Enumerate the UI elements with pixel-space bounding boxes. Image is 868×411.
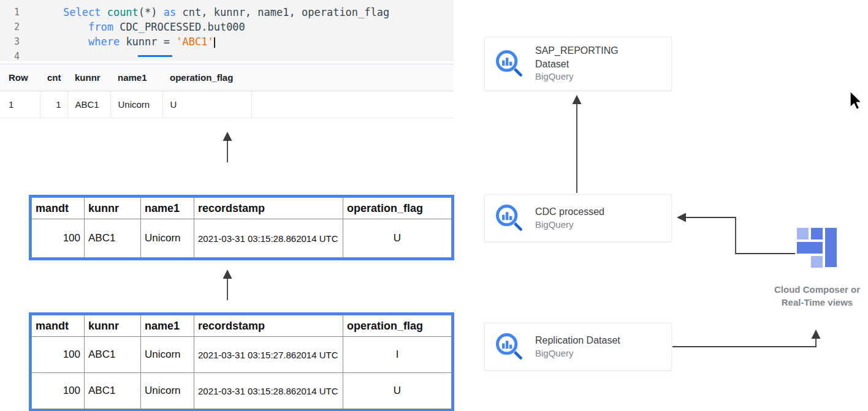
cell-name1: Unicorn [141, 373, 194, 409]
diagram-canvas: 1 Select count(*) as cnt, kunnr, name1, … [0, 0, 868, 411]
cloud-composer-label: Cloud Composer or Real-Time views [762, 283, 868, 309]
results-header-row: Row cnt kunnr name1 operation_flag [0, 64, 454, 91]
text-cursor [214, 37, 215, 48]
card-text: CDC processed BigQuery [535, 205, 604, 231]
cell-kunnr: ABC1 [85, 373, 141, 409]
cell-operation-flag: U [162, 91, 251, 118]
card-cdc-processed: CDC processed BigQuery [484, 194, 672, 242]
cell-name1: Unicorn [141, 219, 194, 258]
cell-mandt: 100 [32, 337, 85, 373]
code-line: 3 where kunnr = 'ABC1' [0, 34, 454, 49]
cdc-table-grid: mandt kunnr name1 recordstamp operation_… [31, 197, 452, 258]
col-kunnr: kunnr [85, 315, 141, 337]
line-number: 3 [0, 34, 20, 49]
arrow-replication-card-to-composer [672, 331, 816, 347]
cell-kunnr: ABC1 [85, 337, 141, 373]
card-text: Replication Dataset BigQuery [535, 334, 620, 360]
col-header-filler [251, 64, 454, 91]
cell-recordstamp: 2021-03-31 03:15:27.862014 UTC [194, 337, 343, 373]
col-kunnr: kunnr [85, 198, 141, 219]
cell-recordstamp: 2021-03-31 03:15:28.862014 UTC [194, 373, 343, 409]
cell-operation-flag: U [343, 219, 452, 258]
bigquery-icon [493, 202, 525, 234]
col-mandt: mandt [32, 315, 85, 337]
card-title: CDC processed [535, 205, 604, 219]
replication-table-grid: mandt kunnr name1 recordstamp operation_… [31, 315, 452, 409]
table-row: 100 ABC1 Unicorn 2021-03-31 03:15:28.862… [32, 219, 452, 258]
mouse-cursor [850, 91, 864, 110]
table-row: 100 ABC1 Unicorn 2021-03-31 03:15:28.862… [32, 373, 452, 409]
query-results-panel: Row cnt kunnr name1 operation_flag 1 1 A… [0, 64, 454, 118]
arrow-composer-to-cdc-card [679, 217, 795, 254]
table-header-row: mandt kunnr name1 recordstamp operation_… [32, 198, 452, 219]
replication-dataset-table: mandt kunnr name1 recordstamp operation_… [29, 312, 454, 411]
cell-recordstamp: 2021-03-31 03:15:28.862014 UTC [194, 219, 343, 258]
cloud-composer-icon [797, 228, 837, 281]
col-header-cnt: cnt [40, 64, 67, 91]
cell-cnt: 1 [40, 91, 67, 118]
col-header-row: Row [0, 64, 40, 91]
card-title: SAP_REPORTING Dataset [535, 44, 619, 70]
result-row: 1 1 ABC1 Unicorn U [0, 91, 454, 118]
col-header-kunnr: kunnr [67, 64, 110, 91]
code-line: 2 from CDC_PROCESSED.but000 [0, 20, 454, 34]
line-number: 2 [0, 20, 20, 34]
card-subtitle: BigQuery [535, 219, 604, 231]
cell-name1: Unicorn [141, 337, 194, 373]
col-name1: name1 [141, 198, 194, 219]
code-text: Select count(*) as cnt, kunnr, name1, op… [63, 5, 389, 20]
col-mandt: mandt [32, 198, 85, 219]
card-subtitle: BigQuery [535, 347, 620, 360]
card-replication-dataset: Replication Dataset BigQuery [484, 323, 672, 371]
cell-name1: Unicorn [110, 91, 162, 118]
cell-mandt: 100 [32, 373, 85, 409]
cell-mandt: 100 [32, 219, 85, 258]
col-header-operation-flag: operation_flag [162, 64, 251, 91]
bigquery-icon [493, 331, 525, 363]
card-title: Replication Dataset [535, 334, 620, 347]
cell-kunnr: ABC1 [67, 91, 110, 118]
table-row: 100 ABC1 Unicorn 2021-03-31 03:15:27.862… [32, 337, 452, 373]
card-subtitle: BigQuery [535, 70, 619, 83]
code-text: from CDC_PROCESSED.but000 [63, 20, 245, 34]
cell-row: 1 [0, 91, 40, 118]
cdc-processed-table: mandt kunnr name1 recordstamp operation_… [29, 195, 454, 260]
cell-filler [251, 91, 454, 118]
line-number: 4 [0, 49, 20, 61]
col-recordstamp: recordstamp [194, 198, 343, 219]
cell-operation-flag: U [343, 373, 452, 409]
col-recordstamp: recordstamp [194, 315, 343, 337]
bigquery-icon [493, 48, 525, 80]
active-tab-indicator [138, 55, 172, 57]
code-text: where kunnr = 'ABC1' [63, 34, 215, 49]
sql-editor[interactable]: 1 Select count(*) as cnt, kunnr, name1, … [0, 0, 454, 61]
line-number: 1 [0, 5, 20, 20]
col-operation-flag: operation_flag [343, 198, 452, 219]
col-name1: name1 [141, 315, 194, 337]
card-sap-reporting-dataset: SAP_REPORTING Dataset BigQuery [484, 37, 672, 91]
code-line: 4 [0, 49, 454, 61]
table-header-row: mandt kunnr name1 recordstamp operation_… [32, 315, 452, 337]
query-results-table: Row cnt kunnr name1 operation_flag 1 1 A… [0, 64, 454, 118]
code-line: 1 Select count(*) as cnt, kunnr, name1, … [0, 5, 454, 20]
card-text: SAP_REPORTING Dataset BigQuery [535, 44, 619, 83]
col-operation-flag: operation_flag [343, 315, 452, 337]
col-header-name1: name1 [110, 64, 162, 91]
cell-kunnr: ABC1 [85, 219, 141, 258]
cell-operation-flag: I [343, 337, 452, 373]
